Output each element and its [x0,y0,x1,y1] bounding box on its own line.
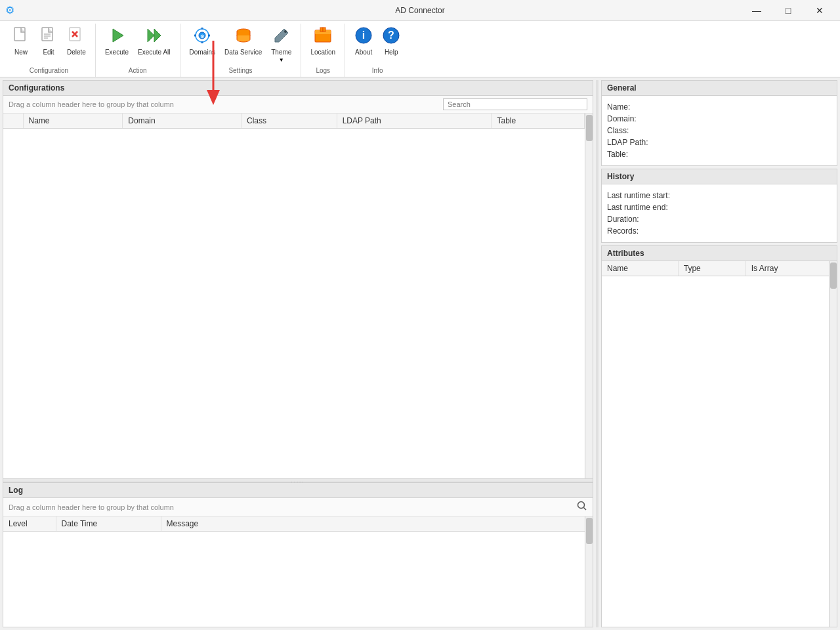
svg-text:⚙: ⚙ [200,34,204,39]
history-runtime-start-row: Last runtime start: [607,190,831,201]
vertical-splitter[interactable] [596,80,598,627]
attributes-header: Attributes [602,246,837,261]
attributes-section: Attributes Name Type Is Array [601,245,837,627]
domains-icon: ⚙ [193,26,211,47]
col-name[interactable]: Name [23,114,123,129]
log-table: Level Date Time Message [3,516,593,532]
log-scrollbar-thumb [586,518,593,544]
log-drag-hint: Drag a column header here to group by th… [9,503,174,511]
history-runtime-start-label: Last runtime start: [607,191,670,200]
general-domain-label: Domain: [607,114,637,123]
ribbon-toolbar: New Edit [0,21,840,77]
log-col-level[interactable]: Level [3,516,56,532]
attributes-scrollbar-thumb [830,262,837,289]
attr-col-name[interactable]: Name [602,261,678,276]
delete-icon [67,26,85,47]
execute-all-label: Execute All [138,49,170,56]
ribbon: New Edit [0,21,840,77]
execute-label: Execute [105,49,129,56]
attr-col-type[interactable]: Type [678,261,746,276]
title-bar-left: ⚙ [5,4,14,16]
svg-line-29 [584,508,587,511]
execute-button[interactable]: Execute [101,24,133,58]
about-button[interactable]: i About [350,24,377,58]
history-section: History Last runtime start: Last runtime… [601,169,837,243]
configurations-scrollbar[interactable] [585,114,593,478]
data-service-button[interactable]: Data Service [220,24,266,58]
log-scrollbar[interactable] [585,516,593,627]
general-body: Name: Domain: Class: LDAP Path: Table: [602,96,837,165]
svg-rect-14 [201,41,203,43]
svg-text:i: i [362,30,365,41]
about-label: About [355,49,372,56]
col-checkbox [3,114,23,129]
location-icon [314,26,332,47]
edit-button[interactable]: Edit [35,24,62,58]
col-table[interactable]: Table [492,114,585,129]
drag-hint: Drag a column header here to group by th… [9,100,174,108]
domains-label: Domains [190,49,215,56]
search-input[interactable] [443,98,587,110]
general-name-label: Name: [607,102,630,112]
general-name-row: Name: [607,101,831,113]
configurations-table-container: Name Domain Class LDAP Path Table [3,114,593,478]
col-ldap-path[interactable]: LDAP Path [337,114,492,129]
new-label: New [14,49,28,56]
execute-all-button[interactable]: Execute All [134,24,174,58]
svg-rect-0 [14,28,25,41]
attr-col-isarray[interactable]: Is Array [746,261,836,276]
log-search-icon[interactable] [577,501,587,513]
delete-button[interactable]: Delete [63,24,90,58]
logs-group-label: Logs [306,66,339,77]
configuration-group-label: Configuration [8,66,90,77]
configurations-header: Configurations [3,81,593,96]
log-toolbar: Drag a column header here to group by th… [3,498,593,516]
svg-text:?: ? [388,30,394,41]
col-domain[interactable]: Domain [123,114,242,129]
execute-all-icon [145,26,163,47]
svg-rect-23 [323,28,326,32]
history-header: History [602,169,837,184]
log-col-datetime[interactable]: Date Time [56,516,161,532]
history-duration-row: Duration: [607,213,831,225]
col-class[interactable]: Class [242,114,337,129]
configurations-toolbar: Drag a column header here to group by th… [3,96,593,114]
general-table-row: Table: [607,148,831,160]
history-runtime-end-row: Last runtime end: [607,201,831,213]
left-panel: Configurations Drag a column header here… [3,80,593,627]
help-button[interactable]: ? Help [378,24,404,58]
delete-label: Delete [67,49,86,56]
new-button[interactable]: New [8,24,34,58]
close-button[interactable]: ✕ [805,0,835,21]
log-col-message[interactable]: Message [161,516,593,532]
attributes-header-row: Name Type Is Array [602,261,837,276]
history-records-row: Records: [607,225,831,237]
domains-button[interactable]: ⚙ Domains [186,24,219,58]
theme-dropdown-arrow: ▼ [279,57,284,63]
configurations-thead: Name Domain Class LDAP Path Table [3,114,585,129]
history-duration-label: Duration: [607,215,639,224]
location-label: Location [310,49,335,56]
ribbon-group-configuration: New Edit [3,24,96,77]
minimize-button[interactable]: — [742,0,772,21]
location-button[interactable]: Location [306,24,339,58]
ribbon-group-logs: Location Logs [301,24,345,77]
settings-group-label: Settings [186,66,296,77]
theme-button[interactable]: Theme ▼ [267,24,295,66]
info-group-label: Info [350,66,404,77]
ribbon-group-action: Execute Execute All Action [96,24,180,77]
configurations-area: Configurations Drag a column header here… [3,81,593,478]
right-panel: General Name: Domain: Class: LDAP Path: … [601,80,837,627]
data-service-icon [234,26,253,47]
general-class-label: Class: [607,126,629,135]
svg-rect-13 [201,28,203,30]
maximize-button[interactable]: □ [773,0,803,21]
configurations-header-row: Name Domain Class LDAP Path Table [3,114,585,129]
svg-point-28 [578,502,585,509]
app-icon: ⚙ [5,4,14,16]
general-class-row: Class: [607,125,831,136]
ribbon-group-settings: ⚙ Domains Data Service [180,24,302,77]
log-header: Log [3,483,593,498]
title-bar-controls: — □ ✕ [742,0,835,21]
attributes-scrollbar[interactable] [829,261,837,627]
